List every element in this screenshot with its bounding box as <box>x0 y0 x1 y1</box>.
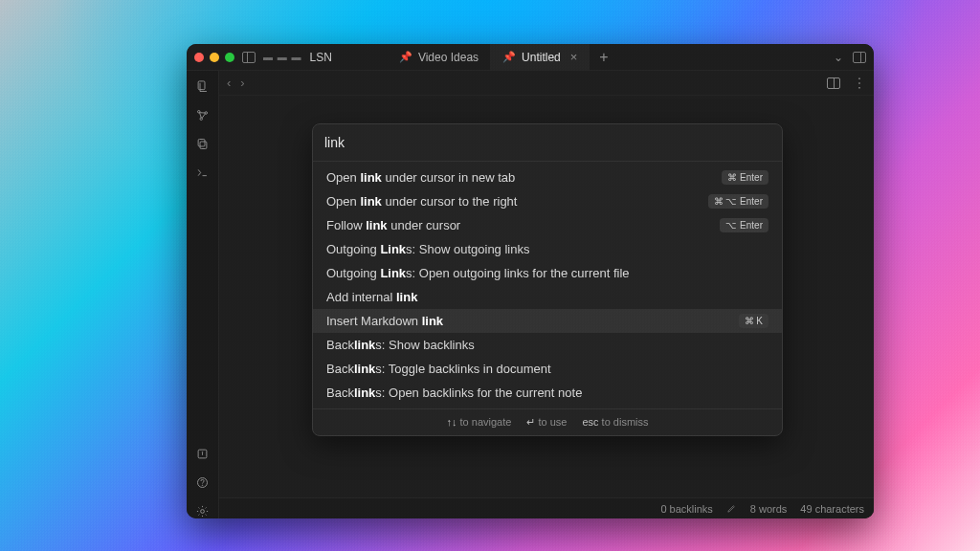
copy-icon[interactable] <box>195 136 211 151</box>
palette-item[interactable]: Follow link under cursor⌥ Enter <box>313 213 782 237</box>
palette-item-text: Insert Markdown link <box>326 314 443 328</box>
nav-back-button[interactable]: ‹ <box>227 76 231 90</box>
palette-item[interactable]: Backlinks: Show backlinks <box>313 333 782 357</box>
palette-item-shortcut: ⌘ K <box>739 314 768 328</box>
palette-item-text: Open link under cursor to the right <box>326 194 517 209</box>
chevron-down-icon[interactable]: ⌄ <box>834 51 843 64</box>
palette-item-text: Outgoing Links: Show outgoing links <box>326 242 529 256</box>
nav-forward-button[interactable]: › <box>240 76 244 90</box>
tab-close-button[interactable]: × <box>570 50 578 64</box>
nav-keys: ↑↓ <box>446 416 457 428</box>
vault-name: LSN <box>310 51 332 64</box>
tab-label: Untitled <box>522 51 561 64</box>
dismiss-hint: to dismiss <box>602 416 649 428</box>
palette-item-text: Backlinks: Toggle backlinks in document <box>326 362 551 376</box>
titlebar: ▬ ▬ ▬ LSN 📌 Video Ideas 📌 Untitled × + ⌄ <box>187 44 874 71</box>
tab-untitled[interactable]: 📌 Untitled × <box>491 44 590 70</box>
tabs: 📌 Video Ideas 📌 Untitled × + <box>388 44 618 70</box>
app-window: ▬ ▬ ▬ LSN 📌 Video Ideas 📌 Untitled × + ⌄ <box>187 44 874 518</box>
settings-icon[interactable] <box>195 503 211 518</box>
files-icon[interactable] <box>195 78 211 94</box>
pin-icon: 📌 <box>502 51 516 63</box>
help-icon[interactable] <box>195 474 211 490</box>
palette-item-shortcut: ⌘ Enter <box>722 170 768 185</box>
status-chars: 49 characters <box>800 503 864 515</box>
palette-item-text: Backlinks: Open backlinks for the curren… <box>326 386 582 400</box>
palette-item-text: Open link under cursor in new tab <box>326 170 515 185</box>
tab-video-ideas[interactable]: 📌 Video Ideas <box>388 44 491 70</box>
svg-point-9 <box>202 485 203 486</box>
status-words: 8 words <box>750 503 788 515</box>
use-hint: to use <box>538 416 567 428</box>
sidebar <box>187 71 219 518</box>
app-body: ‹ › ⋯ Open link under cursor in new tab⌘… <box>187 71 874 518</box>
graph-icon[interactable] <box>195 107 211 122</box>
titlebar-left: ▬ ▬ ▬ LSN <box>242 51 332 64</box>
command-palette: Open link under cursor in new tab⌘ Enter… <box>312 123 783 436</box>
palette-footer: ↑↓ to navigate ↵ to use esc to dismiss <box>313 408 782 435</box>
minimize-window-button[interactable] <box>210 53 219 62</box>
palette-item[interactable]: Insert Markdown link⌘ K <box>313 309 782 333</box>
titlebar-marks: ▬ ▬ ▬ <box>263 52 302 62</box>
palette-item-text: Outgoing Links: Open outgoing links for … <box>326 266 630 280</box>
vault-icon[interactable] <box>195 446 211 461</box>
svg-point-7 <box>202 452 203 452</box>
palette-search-input[interactable] <box>324 135 770 150</box>
window-controls <box>194 53 234 62</box>
palette-search-wrap <box>313 124 782 162</box>
pencil-icon[interactable] <box>726 503 737 514</box>
editor-area: ‹ › ⋯ Open link under cursor in new tab⌘… <box>219 71 874 518</box>
panel-left-icon[interactable] <box>242 52 256 63</box>
palette-item[interactable]: Outgoing Links: Show outgoing links <box>313 237 782 261</box>
new-tab-button[interactable]: + <box>590 44 617 70</box>
palette-item-text: Follow link under cursor <box>326 218 460 232</box>
titlebar-right: ⌄ <box>834 51 866 64</box>
svg-rect-0 <box>198 80 205 89</box>
palette-item-shortcut: ⌥ Enter <box>720 218 768 232</box>
close-window-button[interactable] <box>194 53 204 62</box>
svg-rect-5 <box>198 139 205 146</box>
maximize-window-button[interactable] <box>225 53 234 62</box>
palette-item[interactable]: Add internal link <box>313 285 782 309</box>
svg-rect-4 <box>200 142 207 149</box>
palette-item[interactable]: Open link under cursor to the right⌘ ⌥ E… <box>313 189 782 213</box>
palette-item[interactable]: Backlinks: Toggle backlinks in document <box>313 357 782 381</box>
status-backlinks[interactable]: 0 backlinks <box>660 503 712 515</box>
palette-item[interactable]: Outgoing Links: Open outgoing links for … <box>313 261 782 285</box>
panel-right-icon[interactable] <box>853 52 866 63</box>
palette-item-text: Backlinks: Show backlinks <box>326 338 475 352</box>
palette-item[interactable]: Open link under cursor in new tab⌘ Enter <box>313 165 782 189</box>
tab-label: Video Ideas <box>418 51 479 64</box>
reading-mode-icon[interactable] <box>827 77 840 89</box>
svg-point-10 <box>201 509 205 513</box>
palette-item[interactable]: Backlinks: Open backlinks for the curren… <box>313 381 782 405</box>
pin-icon: 📌 <box>399 51 412 63</box>
use-key: ↵ <box>526 416 535 428</box>
palette-item-text: Add internal link <box>326 290 417 304</box>
palette-results: Open link under cursor in new tab⌘ Enter… <box>313 162 782 408</box>
palette-item-shortcut: ⌘ ⌥ Enter <box>708 194 768 209</box>
command-icon[interactable] <box>195 165 211 180</box>
dismiss-key: esc <box>582 416 598 428</box>
nav-hint: to navigate <box>460 416 512 428</box>
status-bar: 0 backlinks 8 words 49 characters <box>219 497 874 518</box>
editor-toolbar: ‹ › ⋯ <box>219 71 874 96</box>
